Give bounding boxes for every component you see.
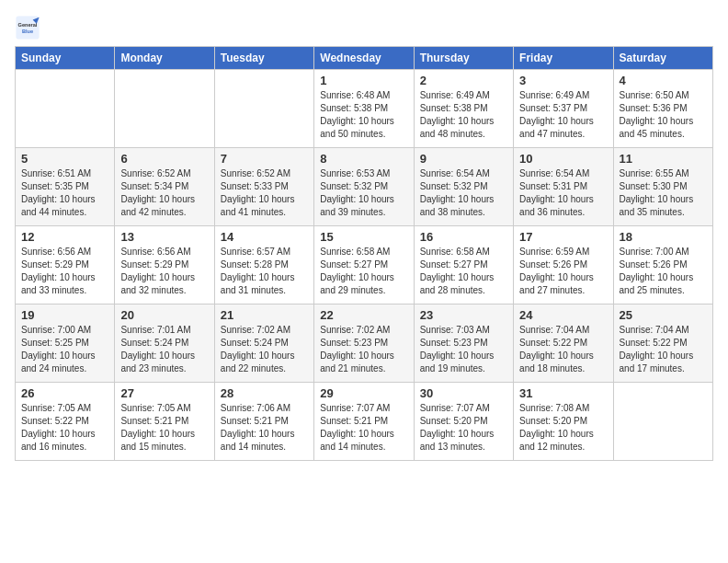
calendar-cell: 21Sunrise: 7:02 AM Sunset: 5:24 PM Dayli… [214, 304, 313, 383]
calendar-header-thursday: Thursday [414, 47, 513, 70]
calendar-header-sunday: Sunday [16, 47, 115, 70]
calendar-cell: 9Sunrise: 6:54 AM Sunset: 5:32 PM Daylig… [414, 148, 513, 226]
day-info: Sunrise: 7:06 AM Sunset: 5:21 PM Dayligh… [221, 402, 308, 454]
calendar-header-tuesday: Tuesday [214, 47, 313, 70]
calendar-header-saturday: Saturday [613, 47, 712, 70]
day-number: 24 [519, 308, 607, 322]
calendar-cell [613, 383, 712, 461]
calendar-cell: 14Sunrise: 6:57 AM Sunset: 5:28 PM Dayli… [214, 226, 313, 304]
day-info: Sunrise: 7:02 AM Sunset: 5:23 PM Dayligh… [320, 324, 407, 375]
day-number: 6 [120, 152, 208, 166]
day-number: 19 [21, 308, 108, 322]
day-number: 8 [320, 152, 407, 166]
week-row-4: 19Sunrise: 7:00 AM Sunset: 5:25 PM Dayli… [16, 304, 713, 383]
day-number: 22 [320, 308, 407, 322]
day-info: Sunrise: 6:56 AM Sunset: 5:29 PM Dayligh… [21, 246, 108, 297]
day-info: Sunrise: 6:57 AM Sunset: 5:28 PM Dayligh… [221, 246, 308, 297]
calendar-cell: 8Sunrise: 6:53 AM Sunset: 5:32 PM Daylig… [314, 148, 414, 226]
day-info: Sunrise: 6:48 AM Sunset: 5:38 PM Dayligh… [320, 89, 407, 141]
day-info: Sunrise: 6:54 AM Sunset: 5:31 PM Dayligh… [519, 167, 607, 219]
calendar-cell: 28Sunrise: 7:06 AM Sunset: 5:21 PM Dayli… [214, 383, 313, 461]
calendar-cell: 1Sunrise: 6:48 AM Sunset: 5:38 PM Daylig… [314, 70, 414, 148]
calendar-cell: 16Sunrise: 6:58 AM Sunset: 5:27 PM Dayli… [414, 226, 513, 304]
calendar-header-monday: Monday [115, 47, 214, 70]
day-info: Sunrise: 6:53 AM Sunset: 5:32 PM Dayligh… [320, 167, 407, 219]
day-number: 23 [420, 308, 507, 322]
day-info: Sunrise: 7:04 AM Sunset: 5:22 PM Dayligh… [519, 324, 607, 375]
calendar-cell: 2Sunrise: 6:49 AM Sunset: 5:38 PM Daylig… [414, 70, 513, 148]
day-number: 1 [320, 74, 407, 87]
calendar-header-row: SundayMondayTuesdayWednesdayThursdayFrid… [16, 47, 713, 70]
calendar-cell [115, 70, 214, 148]
day-number: 25 [620, 308, 707, 322]
calendar-table: SundayMondayTuesdayWednesdayThursdayFrid… [15, 46, 713, 461]
day-number: 2 [420, 74, 507, 87]
calendar-cell: 11Sunrise: 6:55 AM Sunset: 5:30 PM Dayli… [613, 148, 712, 226]
day-number: 28 [221, 386, 308, 400]
week-row-1: 1Sunrise: 6:48 AM Sunset: 5:38 PM Daylig… [16, 70, 713, 148]
day-info: Sunrise: 6:55 AM Sunset: 5:30 PM Dayligh… [620, 167, 707, 219]
calendar-cell: 23Sunrise: 7:03 AM Sunset: 5:23 PM Dayli… [414, 304, 513, 383]
day-info: Sunrise: 7:03 AM Sunset: 5:23 PM Dayligh… [420, 324, 507, 375]
day-info: Sunrise: 7:00 AM Sunset: 5:26 PM Dayligh… [620, 246, 707, 297]
svg-text:Blue: Blue [22, 29, 33, 34]
day-number: 21 [221, 308, 308, 322]
calendar-cell: 29Sunrise: 7:07 AM Sunset: 5:21 PM Dayli… [314, 383, 414, 461]
calendar-cell: 6Sunrise: 6:52 AM Sunset: 5:34 PM Daylig… [115, 148, 214, 226]
day-info: Sunrise: 7:08 AM Sunset: 5:20 PM Dayligh… [519, 402, 607, 454]
calendar-cell: 20Sunrise: 7:01 AM Sunset: 5:24 PM Dayli… [115, 304, 214, 383]
calendar-cell: 13Sunrise: 6:56 AM Sunset: 5:29 PM Dayli… [115, 226, 214, 304]
week-row-2: 5Sunrise: 6:51 AM Sunset: 5:35 PM Daylig… [16, 148, 713, 226]
day-number: 4 [620, 74, 707, 87]
calendar-header-friday: Friday [514, 47, 613, 70]
day-info: Sunrise: 6:59 AM Sunset: 5:26 PM Dayligh… [519, 246, 607, 297]
calendar-header-wednesday: Wednesday [314, 47, 414, 70]
calendar-cell: 19Sunrise: 7:00 AM Sunset: 5:25 PM Dayli… [16, 304, 115, 383]
day-number: 3 [519, 74, 607, 87]
day-info: Sunrise: 6:50 AM Sunset: 5:36 PM Dayligh… [620, 89, 707, 141]
week-row-5: 26Sunrise: 7:05 AM Sunset: 5:22 PM Dayli… [16, 383, 713, 461]
day-number: 14 [221, 230, 308, 244]
calendar-cell: 15Sunrise: 6:58 AM Sunset: 5:27 PM Dayli… [314, 226, 414, 304]
calendar-cell: 24Sunrise: 7:04 AM Sunset: 5:22 PM Dayli… [514, 304, 613, 383]
day-number: 13 [120, 230, 208, 244]
day-info: Sunrise: 6:49 AM Sunset: 5:37 PM Dayligh… [519, 89, 607, 141]
day-number: 17 [519, 230, 607, 244]
calendar-cell: 10Sunrise: 6:54 AM Sunset: 5:31 PM Dayli… [514, 148, 613, 226]
calendar-cell [16, 70, 115, 148]
day-info: Sunrise: 7:07 AM Sunset: 5:20 PM Dayligh… [420, 402, 507, 454]
day-info: Sunrise: 6:52 AM Sunset: 5:34 PM Dayligh… [120, 167, 208, 219]
day-info: Sunrise: 7:00 AM Sunset: 5:25 PM Dayligh… [21, 324, 108, 375]
day-info: Sunrise: 6:56 AM Sunset: 5:29 PM Dayligh… [120, 246, 208, 297]
day-info: Sunrise: 7:02 AM Sunset: 5:24 PM Dayligh… [221, 324, 308, 375]
day-info: Sunrise: 7:05 AM Sunset: 5:22 PM Dayligh… [21, 402, 108, 454]
day-number: 11 [620, 152, 707, 166]
calendar-cell: 7Sunrise: 6:52 AM Sunset: 5:33 PM Daylig… [214, 148, 313, 226]
day-info: Sunrise: 6:52 AM Sunset: 5:33 PM Dayligh… [221, 167, 308, 219]
day-number: 31 [519, 386, 607, 400]
day-number: 10 [519, 152, 607, 166]
calendar-cell: 5Sunrise: 6:51 AM Sunset: 5:35 PM Daylig… [16, 148, 115, 226]
week-row-3: 12Sunrise: 6:56 AM Sunset: 5:29 PM Dayli… [16, 226, 713, 304]
calendar-cell: 4Sunrise: 6:50 AM Sunset: 5:36 PM Daylig… [613, 70, 712, 148]
svg-text:General: General [18, 22, 38, 28]
day-number: 15 [320, 230, 407, 244]
calendar-cell: 17Sunrise: 6:59 AM Sunset: 5:26 PM Dayli… [514, 226, 613, 304]
logo-icon: General Blue [15, 15, 40, 40]
day-number: 7 [221, 152, 308, 166]
calendar-cell: 25Sunrise: 7:04 AM Sunset: 5:22 PM Dayli… [613, 304, 712, 383]
calendar-cell: 3Sunrise: 6:49 AM Sunset: 5:37 PM Daylig… [514, 70, 613, 148]
calendar-cell: 22Sunrise: 7:02 AM Sunset: 5:23 PM Dayli… [314, 304, 414, 383]
day-info: Sunrise: 7:07 AM Sunset: 5:21 PM Dayligh… [320, 402, 407, 454]
day-number: 27 [120, 386, 208, 400]
calendar-cell [214, 70, 313, 148]
day-number: 30 [420, 386, 507, 400]
day-number: 12 [21, 230, 108, 244]
calendar-cell: 12Sunrise: 6:56 AM Sunset: 5:29 PM Dayli… [16, 226, 115, 304]
day-info: Sunrise: 6:49 AM Sunset: 5:38 PM Dayligh… [420, 89, 507, 141]
calendar-cell: 30Sunrise: 7:07 AM Sunset: 5:20 PM Dayli… [414, 383, 513, 461]
calendar-cell: 18Sunrise: 7:00 AM Sunset: 5:26 PM Dayli… [613, 226, 712, 304]
page-header: General Blue [15, 15, 713, 40]
day-number: 18 [620, 230, 707, 244]
calendar-cell: 31Sunrise: 7:08 AM Sunset: 5:20 PM Dayli… [514, 383, 613, 461]
